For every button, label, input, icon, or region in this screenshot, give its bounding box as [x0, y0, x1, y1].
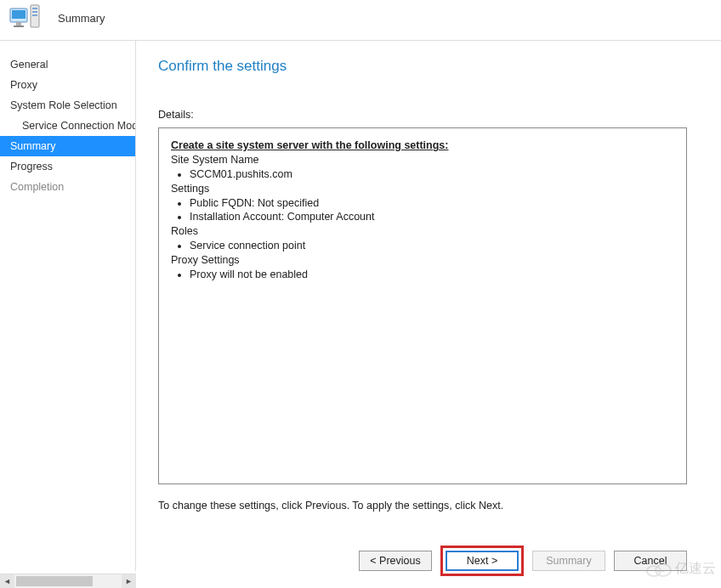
instruction-text: To change these settings, click Previous…: [158, 500, 687, 512]
details-heading: Create a site system server with the fol…: [171, 139, 674, 153]
previous-button[interactable]: < Previous: [359, 551, 432, 571]
svg-rect-6: [32, 11, 37, 13]
svg-rect-7: [32, 14, 37, 16]
nav-item-service-connection-mode[interactable]: Service Connection Mode: [0, 116, 135, 136]
nav-item-proxy[interactable]: Proxy: [0, 75, 135, 95]
details-section-list: SCCM01.pushits.com: [190, 167, 674, 182]
details-item: Service connection point: [190, 239, 674, 253]
details-section-label: Roles: [171, 224, 674, 239]
nav-item-progress[interactable]: Progress: [0, 156, 135, 177]
next-button[interactable]: Next >: [446, 551, 519, 571]
details-section-label: Proxy Settings: [171, 253, 674, 268]
scroll-left-arrow[interactable]: ◄: [0, 574, 14, 589]
cancel-button[interactable]: Cancel: [614, 551, 687, 571]
scroll-right-arrow[interactable]: ►: [122, 574, 136, 589]
nav-item-completion: Completion: [0, 177, 135, 197]
details-label: Details:: [158, 109, 687, 121]
nav-item-system-role-selection[interactable]: System Role Selection: [0, 95, 135, 116]
details-section-list: Public FQDN: Not specifiedInstallation A…: [190, 196, 674, 225]
details-box: Create a site system server with the fol…: [158, 127, 687, 484]
wizard-nav: GeneralProxySystem Role SelectionService…: [0, 41, 136, 571]
svg-rect-2: [16, 22, 21, 25]
nav-horizontal-scrollbar[interactable]: ◄ ►: [0, 574, 136, 588]
scroll-thumb[interactable]: [16, 576, 93, 586]
page-header: Summary: [0, 0, 721, 41]
nav-item-summary[interactable]: Summary: [0, 136, 135, 156]
details-item: SCCM01.pushits.com: [190, 167, 674, 182]
details-item: Installation Account: Computer Account: [190, 210, 674, 224]
details-item: Proxy will not be enabled: [190, 268, 674, 282]
svg-rect-3: [14, 25, 24, 27]
next-button-highlight: Next >: [440, 546, 524, 576]
svg-rect-5: [32, 8, 37, 9]
button-row: < Previous Next > Summary Cancel: [158, 546, 687, 576]
details-section-list: Proxy will not be enabled: [190, 268, 674, 282]
svg-rect-1: [12, 10, 26, 19]
nav-item-general[interactable]: General: [0, 54, 135, 75]
details-section-list: Service connection point: [190, 239, 674, 253]
page-title: Summary: [58, 12, 105, 25]
details-item: Public FQDN: Not specified: [190, 196, 674, 211]
main-title: Confirm the settings: [158, 58, 687, 75]
server-role-icon: [9, 3, 43, 34]
summary-button: Summary: [532, 551, 605, 571]
main-pane: Confirm the settings Details: Create a s…: [136, 41, 721, 571]
details-section-label: Settings: [171, 182, 674, 196]
details-section-label: Site System Name: [171, 153, 674, 167]
